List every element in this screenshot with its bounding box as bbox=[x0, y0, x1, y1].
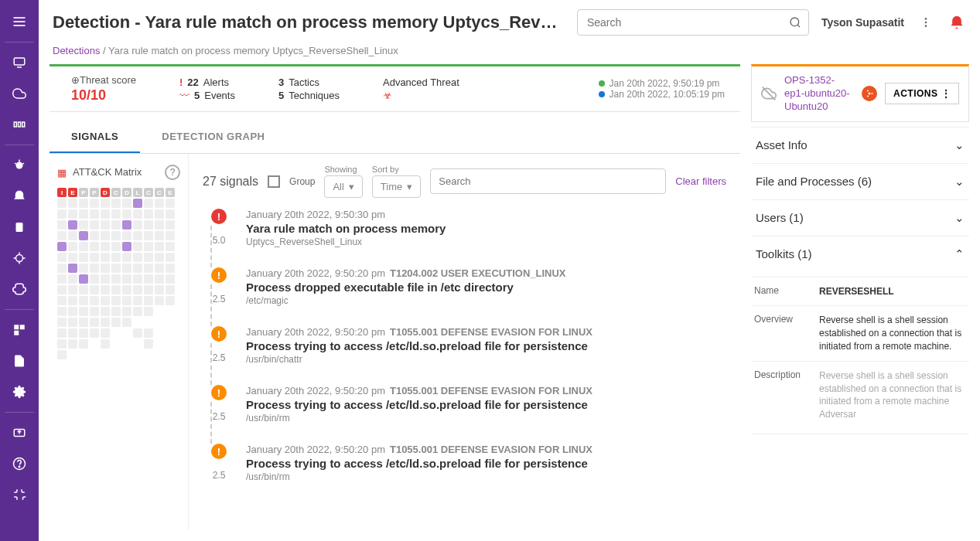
nav-alerts-icon[interactable] bbox=[7, 184, 32, 209]
svg-point-29 bbox=[925, 25, 927, 27]
nav-api-icon[interactable] bbox=[7, 482, 32, 507]
toolkits-body: Name REVERSESHELL Overview Reverse shell… bbox=[751, 272, 969, 434]
signal-time: January 20th 2022, 9:50:20 pm bbox=[246, 326, 385, 338]
cloud-off-icon bbox=[761, 86, 777, 101]
signal-time: January 20th 2022, 9:50:30 pm bbox=[246, 209, 385, 220]
accordion-users[interactable]: Users (1) ⌄ bbox=[751, 200, 969, 236]
chevron-up-icon: ⌃ bbox=[954, 247, 965, 261]
hamburger-menu-icon[interactable] bbox=[7, 9, 32, 34]
svg-point-32 bbox=[872, 93, 873, 94]
accordion-files-processes[interactable]: File and Processes (6) ⌄ bbox=[751, 164, 969, 199]
showing-select[interactable]: All ▾ bbox=[324, 175, 362, 198]
nav-brain-icon[interactable] bbox=[7, 277, 32, 301]
kebab-icon: ⋮ bbox=[941, 88, 951, 99]
signal-score: 2.5 bbox=[213, 411, 226, 422]
signal-item[interactable]: ! 5.0 January 20th 2022, 9:50:30 pm Yara… bbox=[203, 209, 726, 247]
signal-technique: T1204.002 USER EXECUTION_LINUX bbox=[390, 267, 566, 279]
signal-title: Process trying to access /etc/ld.so.prel… bbox=[246, 339, 726, 352]
sort-label: Sort by bbox=[372, 165, 421, 174]
svg-rect-12 bbox=[16, 223, 23, 232]
svg-line-11 bbox=[22, 163, 24, 165]
breadcrumb-root[interactable]: Detections bbox=[53, 45, 100, 56]
global-search[interactable] bbox=[577, 9, 809, 36]
signal-time: January 20th 2022, 9:50:20 pm bbox=[246, 444, 385, 455]
group-checkbox[interactable] bbox=[268, 175, 280, 188]
tab-detection-graph[interactable]: DETECTION GRAPH bbox=[140, 121, 286, 153]
chevron-down-icon: ⌄ bbox=[954, 211, 965, 225]
tabs: SIGNALS DETECTION GRAPH bbox=[50, 121, 740, 154]
nav-bug-icon[interactable] bbox=[7, 153, 32, 178]
kebab-menu-icon[interactable] bbox=[917, 13, 935, 32]
signal-technique: T1055.001 DEFENSE EVASION FOR LINUX bbox=[390, 444, 592, 455]
signal-score: 2.5 bbox=[213, 470, 226, 481]
showing-label: Showing bbox=[324, 165, 362, 174]
signals-search-input[interactable] bbox=[430, 168, 666, 194]
asset-name-link[interactable]: OPS-1352-ep1-ubuntu20-Ubuntu20 bbox=[784, 74, 854, 114]
signal-title: Process trying to access /etc/ld.so.prel… bbox=[246, 457, 726, 470]
signal-subtitle: /etc/magic bbox=[246, 295, 726, 306]
signal-item[interactable]: ! 2.5 January 20th 2022, 9:50:20 pmT1055… bbox=[203, 444, 726, 482]
nav-help-icon[interactable] bbox=[7, 451, 32, 476]
severity-badge: ! bbox=[211, 385, 227, 400]
nav-target-icon[interactable] bbox=[7, 246, 32, 270]
svg-point-28 bbox=[925, 22, 927, 24]
signal-subtitle: Uptycs_ReverseShell_Linux bbox=[246, 236, 726, 247]
signal-item[interactable]: ! 2.5 January 20th 2022, 9:50:20 pmT1204… bbox=[203, 267, 726, 306]
toolkit-overview-label: Overview bbox=[754, 314, 810, 352]
svg-line-26 bbox=[797, 25, 800, 27]
events-label: Events bbox=[204, 90, 235, 101]
svg-point-24 bbox=[19, 466, 20, 468]
search-icon bbox=[789, 16, 801, 29]
signal-item[interactable]: ! 2.5 January 20th 2022, 9:50:20 pmT1055… bbox=[203, 326, 726, 365]
signal-item[interactable]: ! 2.5 January 20th 2022, 9:50:20 pmT1055… bbox=[203, 385, 726, 424]
nav-file-icon[interactable] bbox=[7, 349, 32, 373]
svg-rect-19 bbox=[20, 325, 25, 329]
svg-rect-3 bbox=[14, 58, 25, 65]
signals-search[interactable] bbox=[430, 168, 666, 194]
techniques-label: Techniques bbox=[289, 90, 340, 101]
chevron-down-icon: ▾ bbox=[349, 181, 354, 192]
matrix-help-icon[interactable]: ? bbox=[165, 165, 180, 180]
accordion-asset-info[interactable]: Asset Info ⌄ bbox=[751, 128, 969, 163]
svg-point-31 bbox=[869, 93, 871, 95]
signal-subtitle: /usr/bin/chattr bbox=[246, 354, 726, 365]
tactics-label: Tactics bbox=[289, 77, 319, 88]
ubuntu-icon bbox=[862, 86, 877, 101]
nav-clipboard-icon[interactable] bbox=[7, 215, 32, 240]
svg-point-8 bbox=[16, 162, 23, 169]
svg-rect-7 bbox=[22, 122, 25, 127]
user-name[interactable]: Tyson Supasatit bbox=[821, 16, 904, 29]
signal-time: January 20th 2022, 9:50:20 pm bbox=[246, 385, 385, 396]
nav-endpoint-icon[interactable] bbox=[7, 50, 32, 75]
svg-rect-20 bbox=[14, 331, 19, 335]
notifications-icon[interactable] bbox=[948, 13, 966, 32]
svg-point-13 bbox=[16, 255, 23, 262]
signal-technique: T1055.001 DEFENSE EVASION FOR LINUX bbox=[390, 326, 592, 338]
svg-rect-6 bbox=[19, 122, 21, 127]
global-search-input[interactable] bbox=[577, 9, 809, 36]
actions-button[interactable]: ACTIONS ⋮ bbox=[885, 83, 959, 104]
nav-cloud-icon[interactable] bbox=[7, 81, 32, 106]
asset-accordion: Asset Info ⌄ File and Processes (6) ⌄ Us… bbox=[751, 127, 969, 434]
tab-signals[interactable]: SIGNALS bbox=[50, 121, 140, 153]
nav-dashboard-icon[interactable] bbox=[7, 318, 32, 342]
sort-select[interactable]: Time ▾ bbox=[372, 175, 421, 198]
left-nav-sidebar bbox=[0, 0, 39, 541]
accordion-toolkits[interactable]: Toolkits (1) ⌃ bbox=[751, 236, 969, 272]
biohazard-icon: ☣ bbox=[383, 90, 459, 101]
svg-point-25 bbox=[790, 18, 799, 26]
chevron-down-icon: ⌄ bbox=[954, 175, 965, 189]
nav-settings-icon[interactable] bbox=[7, 379, 32, 404]
detection-timerange: Jan 20th 2022, 9:50:19 pm Jan 20th 2022,… bbox=[583, 78, 740, 100]
signal-subtitle: /usr/bin/rm bbox=[246, 471, 726, 482]
clear-filters-link[interactable]: Clear filters bbox=[675, 175, 726, 187]
threat-category: Advanced Threat bbox=[383, 77, 459, 88]
severity-badge: ! bbox=[211, 209, 227, 224]
nav-upload-icon[interactable] bbox=[7, 420, 32, 445]
alerts-label: Alerts bbox=[203, 77, 229, 88]
severity-badge: ! bbox=[211, 267, 227, 283]
signals-filter-row: 27 signals Group Showing All ▾ Sort by T… bbox=[203, 165, 726, 198]
matrix-grid[interactable]: IEPPDCDLCCE bbox=[57, 188, 180, 522]
nav-container-icon[interactable] bbox=[7, 112, 32, 137]
threat-score-value: 10/10 bbox=[71, 87, 136, 104]
